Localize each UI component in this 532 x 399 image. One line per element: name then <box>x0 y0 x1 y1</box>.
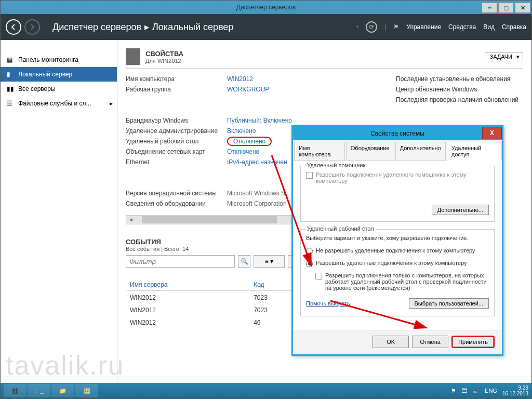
app-icon: 🖼️ <box>83 388 90 394</box>
prop-label: Имя компьютера <box>126 75 227 83</box>
rdp-disallow-radio[interactable] <box>306 248 313 255</box>
sidebar-item-label: Локальный сервер <box>18 71 72 78</box>
prop-label: Брандмауэр Windows <box>126 117 227 124</box>
separator: • <box>356 23 358 31</box>
tray-flag-icon[interactable]: ⚑ <box>451 388 456 394</box>
close-button[interactable]: ✕ <box>515 3 530 13</box>
remote-assistance-group: Удаленный помощник Разрешить подключения… <box>300 166 495 222</box>
arrow-left-icon <box>10 23 17 31</box>
prop-value-computer-name[interactable]: WIN2012 <box>227 75 253 83</box>
pipe-sep: | <box>384 23 386 31</box>
prop-value-os-version: Microsoft Windows S <box>227 190 285 197</box>
search-button[interactable]: 🔍 <box>238 255 250 268</box>
prop-label: Сведения об оборудовании <box>126 200 227 207</box>
cancel-button[interactable]: Отмена <box>412 336 448 348</box>
sidebar-item-dashboard[interactable]: ▦ Панель мониторинга <box>1 52 117 67</box>
tab-computer-name[interactable]: Имя компьютера <box>294 142 345 160</box>
filter-icon: ≡ <box>265 258 269 265</box>
col-server[interactable]: Имя сервера <box>127 279 249 291</box>
taskbar: 🗄️ 〉_ 📁 🖼️ ⚑ 🗔 🔈 ENG 9:29 16.12.2013 <box>1 383 531 398</box>
group-title: Удаленный помощник <box>305 162 367 168</box>
tab-hardware[interactable]: Оборудование <box>346 142 394 160</box>
close-icon: X <box>490 129 494 137</box>
scrollbar-thumb[interactable] <box>142 216 277 223</box>
notifications-flag-icon[interactable]: ⚑ <box>393 23 399 31</box>
prop-label-right: Последняя проверка наличия обновлений <box>396 96 518 103</box>
prop-value-nic-teaming[interactable]: Отключено <box>227 148 259 155</box>
sidebar: ▦ Панель мониторинга ▮ Локальный сервер … <box>1 40 117 383</box>
rdp-prompt: Выберите вариант и укажите, кому разреше… <box>306 235 489 241</box>
taskbar-explorer[interactable]: 📁 <box>51 384 74 397</box>
sidebar-item-file-services[interactable]: ☰ Файловые службы и сл... ▸ <box>1 96 117 111</box>
dialog-close-button[interactable]: X <box>482 127 502 139</box>
group-title: Удаленный рабочий стол <box>305 225 376 232</box>
tray-network-icon[interactable]: 🗔 <box>461 388 467 394</box>
clock-date: 16.12.2013 <box>502 391 528 396</box>
menu-tools[interactable]: Средства <box>448 23 476 31</box>
assistance-advanced-button[interactable]: Дополнительно... <box>432 205 489 215</box>
prop-label: Рабочая группа <box>126 86 227 93</box>
menu-help[interactable]: Справка <box>502 23 526 31</box>
sidebar-item-all-servers[interactable]: ▮▮ Все серверы <box>1 82 117 96</box>
menu-view[interactable]: Вид <box>483 23 495 31</box>
prop-label-right: Центр обновления Windows <box>396 86 477 93</box>
rdp-allow-radio[interactable] <box>306 260 313 267</box>
taskbar-powershell[interactable]: 〉_ <box>28 384 50 397</box>
sidebar-item-label: Панель мониторинга <box>18 56 78 63</box>
folder-icon: 📁 <box>59 388 66 394</box>
nav-forward-button[interactable] <box>24 19 40 35</box>
maximize-button[interactable]: ▢ <box>498 3 514 13</box>
sidebar-item-local-server[interactable]: ▮ Локальный сервер <box>1 67 117 82</box>
tray-sound-icon[interactable]: 🔈 <box>472 388 480 394</box>
search-icon: 🔍 <box>241 258 248 265</box>
select-users-button[interactable]: Выбрать пользователей... <box>409 298 489 309</box>
chevron-right-icon: ▸ <box>144 21 149 33</box>
nav-back-button[interactable] <box>6 19 21 35</box>
servers-icon: ▮▮ <box>7 85 14 92</box>
server-manager-icon: 🗄️ <box>11 388 19 394</box>
highlight-apply: Применить <box>451 336 495 348</box>
refresh-icon: ⟳ <box>369 23 374 31</box>
radio-label: Не разрешать удаленные подключения к это… <box>316 247 475 255</box>
prop-value-remote-admin[interactable]: Включено <box>227 127 256 135</box>
dialog-title-text: Свойства системы <box>370 130 424 137</box>
apply-button[interactable]: Применить <box>453 337 494 347</box>
prop-value-remote-desktop[interactable]: Отключено <box>233 138 265 145</box>
prop-value-ethernet[interactable]: IPv4-адрес назначен <box>227 158 287 166</box>
chevron-right-icon: ▸ <box>110 100 113 107</box>
sidebar-item-label: Файловые службы и сл... <box>18 100 91 107</box>
server-manager-window: Диспетчер серверов ━ ▢ ✕ Диспетчер серве… <box>0 0 532 399</box>
filter-options-button[interactable]: ≡ ▾ <box>254 255 285 268</box>
menu-manage[interactable]: Управление <box>406 23 441 31</box>
refresh-button[interactable]: ⟳ <box>366 21 377 33</box>
files-icon: ☰ <box>7 100 14 107</box>
prop-value-workgroup[interactable]: WORKGROUP <box>227 86 269 93</box>
tab-advanced[interactable]: Дополнительно <box>395 142 446 160</box>
nla-checkbox[interactable] <box>315 273 322 280</box>
system-properties-dialog: Свойства системы X Имя компьютера Оборуд… <box>291 125 503 356</box>
start-button[interactable]: 🗄️ <box>4 384 26 397</box>
taskbar-app[interactable]: 🖼️ <box>75 384 98 397</box>
dialog-titlebar[interactable]: Свойства системы X <box>293 127 502 140</box>
arrow-right-icon <box>29 23 36 31</box>
events-filter-input[interactable] <box>126 255 235 268</box>
powershell-icon: 〉_ <box>34 387 43 395</box>
tab-remote-access[interactable]: Удаленный доступ <box>447 142 502 161</box>
tasks-dropdown[interactable]: ЗАДАЧИ <box>485 52 523 61</box>
allow-remote-assistance-checkbox[interactable] <box>306 172 313 179</box>
dialog-tabs: Имя компьютера Оборудование Дополнительн… <box>293 140 502 161</box>
radio-label: Разрешить удаленные подключения к этому … <box>316 260 467 267</box>
server-large-icon <box>126 48 140 65</box>
tray-language[interactable]: ENG <box>485 388 497 394</box>
prop-label: Удаленный рабочий стол <box>126 138 227 145</box>
minimize-button[interactable]: ━ <box>482 3 497 13</box>
header-toolbar: Диспетчер серверов ▸ Локальный сервер • … <box>1 14 531 40</box>
breadcrumb-current[interactable]: Локальный сервер <box>152 22 233 33</box>
tray-clock[interactable]: 9:29 16.12.2013 <box>502 385 528 396</box>
breadcrumb-root[interactable]: Диспетчер серверов <box>52 22 141 33</box>
ok-button[interactable]: OK <box>373 336 409 348</box>
properties-subtitle: Для WIN2012 <box>145 58 183 64</box>
help-choose-link[interactable]: Помочь выбрать <box>306 300 350 307</box>
checkbox-label: Разрешить подключения удаленного помощни… <box>316 171 489 184</box>
prop-value-firewall[interactable]: Публичный: Включено <box>227 117 292 124</box>
